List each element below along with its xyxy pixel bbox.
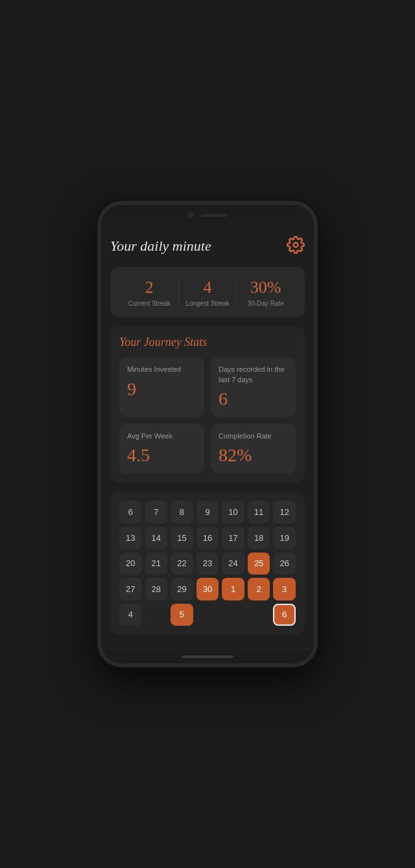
minutes-invested-value: 9: [127, 379, 196, 400]
avg-per-week-value: 4.5: [127, 445, 196, 466]
volume-button: [315, 282, 318, 308]
calendar-day[interactable]: 14: [145, 527, 168, 549]
calendar-day[interactable]: 15: [171, 527, 193, 549]
thirty-day-rate-stat: 30% 30-Day Rate: [236, 277, 294, 307]
avg-per-week-card: Avg Per Week 4.5: [119, 424, 204, 474]
calendar-day[interactable]: 5: [171, 604, 193, 626]
completion-rate-value: 82%: [219, 445, 288, 466]
calendar-day[interactable]: 17: [222, 527, 244, 549]
home-indicator: [182, 656, 233, 658]
current-streak-stat: 2 Current Streak: [121, 277, 178, 307]
calendar-day[interactable]: 3: [273, 578, 296, 600]
calendar-day[interactable]: 13: [119, 527, 142, 549]
calendar-day[interactable]: [222, 604, 244, 626]
svg-point-0: [294, 243, 298, 247]
avg-per-week-label: Avg Per Week: [127, 431, 196, 441]
calendar-day[interactable]: 19: [273, 527, 296, 549]
calendar-day[interactable]: 9: [196, 501, 219, 523]
calendar-day[interactable]: 22: [171, 553, 193, 575]
thirty-day-rate-value: 30%: [237, 277, 294, 297]
calendar-day[interactable]: 6: [119, 501, 142, 523]
calendar-day[interactable]: 23: [196, 553, 219, 575]
phone-top-bar: [101, 205, 314, 225]
calendar-day[interactable]: 11: [248, 501, 270, 523]
days-recorded-label: Days recorded in the last 7 days: [219, 365, 288, 385]
calendar-section: 6789101112131415161718192021222324252627…: [110, 492, 305, 635]
completion-rate-label: Completion Rate: [219, 431, 288, 441]
settings-button[interactable]: [287, 236, 305, 257]
calendar-day[interactable]: 2: [248, 578, 270, 600]
calendar-day[interactable]: 7: [145, 501, 168, 523]
front-camera: [188, 212, 193, 218]
current-streak-label: Current Streak: [121, 300, 178, 307]
calendar-day[interactable]: 1: [222, 578, 244, 600]
calendar-day[interactable]: 28: [145, 578, 168, 600]
calendar-day[interactable]: 18: [248, 527, 270, 549]
calendar-day[interactable]: 24: [222, 553, 244, 575]
minutes-invested-label: Minutes Invested: [127, 365, 196, 374]
app-header: Your daily minute: [110, 236, 305, 257]
calendar-grid: 6789101112131415161718192021222324252627…: [119, 501, 296, 626]
days-recorded-value: 6: [219, 389, 288, 409]
streak-stats-card: 2 Current Streak 4 Longest Streak 30% 30…: [110, 267, 305, 317]
longest-streak-value: 4: [179, 277, 237, 297]
calendar-day[interactable]: 21: [145, 553, 168, 575]
calendar-day[interactable]: [145, 604, 168, 626]
calendar-day[interactable]: 6: [273, 604, 296, 626]
minutes-invested-card: Minutes Invested 9: [119, 357, 204, 417]
calendar-day[interactable]: 8: [171, 501, 193, 523]
calendar-day[interactable]: [248, 604, 270, 626]
phone-frame: Your daily minute 2 Current Streak 4 Lon…: [97, 201, 318, 667]
calendar-day[interactable]: 16: [196, 527, 219, 549]
journey-section: Your Journey Stats Minutes Invested 9 Da…: [110, 326, 305, 483]
calendar-day[interactable]: 25: [248, 553, 270, 575]
phone-bottom-bar: [101, 650, 314, 663]
calendar-day[interactable]: 12: [273, 501, 296, 523]
thirty-day-rate-label: 30-Day Rate: [237, 300, 294, 307]
journey-title: Your Journey Stats: [119, 336, 296, 349]
days-recorded-card: Days recorded in the last 7 days 6: [211, 357, 296, 417]
longest-streak-label: Longest Streak: [179, 300, 237, 307]
calendar-day[interactable]: 4: [119, 604, 142, 626]
journey-grid: Minutes Invested 9 Days recorded in the …: [119, 357, 296, 474]
calendar-day[interactable]: 30: [196, 578, 219, 600]
longest-streak-stat: 4 Longest Streak: [178, 277, 237, 307]
calendar-day[interactable]: 10: [222, 501, 244, 523]
calendar-day[interactable]: 26: [273, 553, 296, 575]
calendar-day[interactable]: 27: [119, 578, 142, 600]
calendar-day[interactable]: 20: [119, 553, 142, 575]
completion-rate-card: Completion Rate 82%: [211, 424, 296, 474]
app-title: Your daily minute: [110, 238, 211, 255]
current-streak-value: 2: [121, 277, 178, 297]
calendar-day[interactable]: 29: [171, 578, 193, 600]
calendar-day[interactable]: [196, 604, 219, 626]
phone-screen: Your daily minute 2 Current Streak 4 Lon…: [101, 225, 314, 650]
phone-speaker: [201, 214, 227, 217]
